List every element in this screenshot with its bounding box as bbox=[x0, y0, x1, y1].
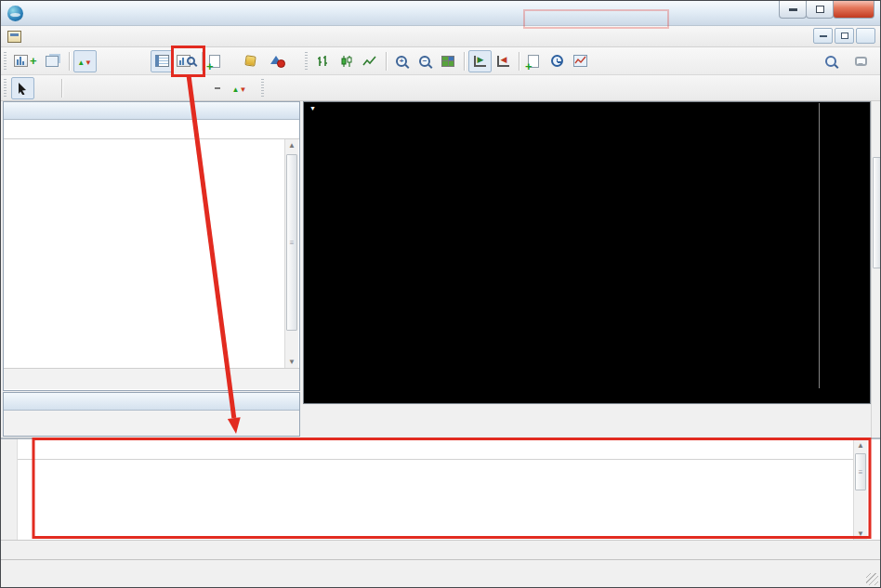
profiles-button[interactable] bbox=[42, 50, 65, 72]
terminal-scrollbar[interactable]: ▲ ≡ ▼ bbox=[853, 439, 867, 540]
scroll-up-icon[interactable]: ▲ bbox=[854, 439, 867, 451]
zoom-in-icon: + bbox=[396, 56, 407, 67]
child-minimize-button[interactable] bbox=[813, 28, 833, 44]
chart-shift-toggle[interactable]: ◀ bbox=[492, 50, 515, 72]
market-watch-title[interactable] bbox=[4, 102, 299, 120]
navigator-panel bbox=[3, 392, 300, 437]
chart-window-icon[interactable] bbox=[7, 31, 21, 43]
new-order-icon: + bbox=[209, 55, 220, 68]
text-label-icon bbox=[215, 87, 220, 89]
candlestick-button[interactable] bbox=[335, 50, 359, 72]
horizontal-line-tool[interactable] bbox=[89, 77, 112, 99]
title-bar[interactable] bbox=[1, 1, 880, 26]
arrows-icon: ▲▼ bbox=[232, 82, 247, 95]
resize-grip[interactable] bbox=[866, 573, 878, 585]
text-label-tool[interactable] bbox=[205, 77, 229, 99]
strategy-tester-toggle[interactable] bbox=[174, 50, 198, 72]
ohlc-bars-icon bbox=[317, 55, 331, 68]
terminal-icon bbox=[155, 55, 169, 67]
market-watch-toggle[interactable]: ▲▼ bbox=[73, 50, 97, 72]
search-icon[interactable] bbox=[825, 56, 836, 67]
child-restore-button[interactable] bbox=[835, 28, 854, 44]
market-watch-tabs bbox=[4, 368, 299, 389]
new-chart-button[interactable]: + bbox=[11, 50, 42, 72]
app-logo-icon bbox=[7, 6, 23, 21]
template-icon bbox=[573, 55, 587, 67]
zoom-out-button[interactable]: − bbox=[414, 50, 437, 72]
separator bbox=[464, 52, 465, 71]
toolbar-right-group bbox=[825, 56, 867, 67]
market-watch-panel: ▲ ≡ ▼ bbox=[3, 101, 300, 391]
mt4-window: + ▲▼ + bbox=[0, 0, 881, 588]
autotrading-icon bbox=[270, 55, 285, 68]
plus-icon: + bbox=[30, 58, 37, 65]
chart-context-icon[interactable]: ▼ bbox=[309, 105, 316, 111]
menu-bar bbox=[1, 26, 880, 47]
separator bbox=[202, 52, 203, 71]
scroll-down-icon[interactable]: ▼ bbox=[285, 356, 298, 368]
indicators-icon: + bbox=[528, 55, 539, 68]
indicators-button[interactable]: + bbox=[523, 50, 546, 72]
arrows-tool[interactable]: ▲▼ bbox=[229, 77, 252, 99]
separator bbox=[386, 52, 387, 71]
scrollbar-thumb[interactable]: ≡ bbox=[286, 154, 297, 331]
scrollbar-thumb[interactable]: ≡ bbox=[855, 453, 866, 490]
chart-ohlc-line: ▼ bbox=[309, 105, 321, 111]
channel-tool[interactable] bbox=[136, 77, 159, 99]
workspace-scrollbar[interactable] bbox=[871, 101, 881, 438]
toolbar-grip[interactable] bbox=[305, 52, 308, 71]
crosshair-tool[interactable] bbox=[34, 77, 58, 99]
vertical-line-tool[interactable] bbox=[66, 77, 89, 99]
status-bar bbox=[1, 559, 881, 588]
price-axis[interactable] bbox=[819, 103, 869, 388]
navigator-title[interactable] bbox=[4, 393, 299, 411]
auto-scroll-toggle[interactable]: ▶ bbox=[468, 50, 492, 72]
trendline-tool[interactable] bbox=[112, 77, 136, 99]
navigator-toggle[interactable] bbox=[120, 50, 143, 72]
chart-window[interactable]: ▼ bbox=[303, 101, 871, 404]
chart-shift-icon: ◀ bbox=[497, 56, 509, 67]
terminal-tabs bbox=[1, 540, 881, 561]
zoom-out-icon: − bbox=[419, 56, 430, 67]
bar-chart-button[interactable] bbox=[312, 50, 335, 72]
data-window-toggle[interactable] bbox=[97, 50, 120, 72]
new-order-button[interactable]: + bbox=[206, 50, 230, 72]
terminal-toggle[interactable] bbox=[151, 50, 174, 72]
orders-table-header bbox=[18, 439, 853, 460]
scroll-up-icon[interactable]: ▲ bbox=[285, 139, 298, 151]
text-tool[interactable] bbox=[182, 77, 205, 99]
toolbar-grip[interactable] bbox=[4, 79, 7, 98]
toolbar-grip[interactable] bbox=[261, 79, 264, 98]
line-chart-icon bbox=[362, 55, 377, 68]
restore-button[interactable] bbox=[806, 1, 834, 19]
zoom-in-button[interactable]: + bbox=[390, 50, 414, 72]
line-chart-button[interactable] bbox=[359, 50, 382, 72]
market-watch-icon: ▲▼ bbox=[77, 55, 92, 68]
time-axis[interactable] bbox=[305, 387, 819, 401]
metaeditor-icon bbox=[244, 55, 256, 66]
cursor-tool[interactable] bbox=[11, 77, 34, 99]
tile-windows-button[interactable] bbox=[437, 50, 460, 72]
toolbar-grip[interactable] bbox=[4, 52, 7, 71]
chat-icon[interactable] bbox=[855, 57, 867, 66]
metaeditor-button[interactable] bbox=[239, 50, 262, 72]
autotrading-button[interactable] bbox=[268, 50, 294, 72]
cursor-icon bbox=[18, 82, 28, 95]
templates-button[interactable] bbox=[570, 50, 593, 72]
standard-toolbar: + ▲▼ + bbox=[1, 47, 880, 75]
chart-tab-strip bbox=[303, 404, 871, 438]
scrollbar-thumb[interactable] bbox=[873, 157, 881, 268]
fibonacci-tool[interactable] bbox=[159, 77, 182, 99]
profiles-icon bbox=[46, 56, 59, 67]
chart-plot[interactable] bbox=[305, 103, 819, 388]
periods-button[interactable] bbox=[546, 50, 570, 72]
chart-icon bbox=[14, 55, 28, 67]
market-watch-scrollbar[interactable]: ▲ ≡ ▼ bbox=[284, 139, 298, 368]
auto-scroll-icon: ▶ bbox=[474, 56, 486, 67]
close-button[interactable] bbox=[833, 1, 874, 19]
terminal-panel: ▲ ≡ ▼ bbox=[1, 438, 881, 559]
separator bbox=[61, 79, 62, 98]
scroll-down-icon[interactable]: ▼ bbox=[854, 528, 867, 540]
minimize-button[interactable] bbox=[779, 1, 807, 19]
child-close-button[interactable] bbox=[856, 28, 875, 44]
